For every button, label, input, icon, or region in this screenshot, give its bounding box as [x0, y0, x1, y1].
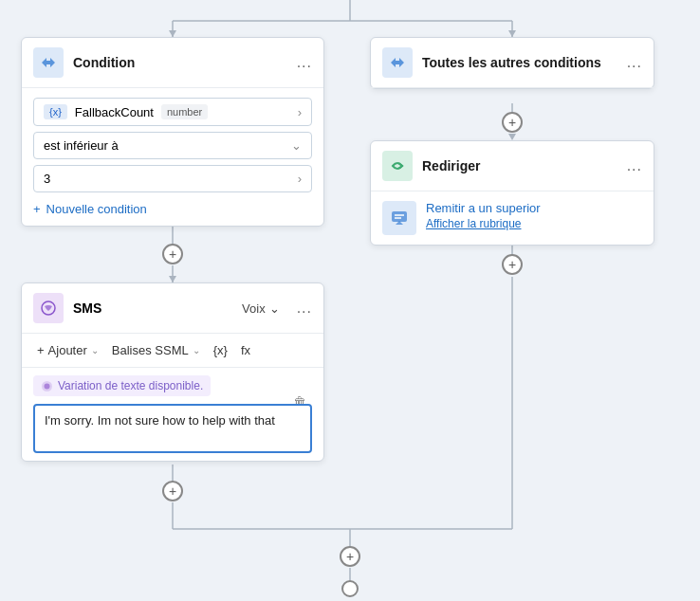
balises-label: Balises SSML — [112, 343, 189, 357]
rediriger-header: Rediriger ... — [371, 141, 654, 191]
condition-menu[interactable]: ... — [297, 54, 312, 71]
new-condition-label: Nouvelle condition — [46, 202, 147, 216]
chat-icon — [382, 201, 416, 235]
operator-dropdown[interactable]: est inférieur à ⌄ — [33, 132, 312, 159]
svg-marker-5 — [508, 30, 516, 37]
voix-dropdown[interactable]: Voix ⌄ — [242, 301, 280, 316]
dropdown-chevron-icon: ⌄ — [291, 138, 302, 153]
sms-header: SMS Voix ⌄ ... — [22, 283, 323, 334]
ajouter-chevron-icon: ⌄ — [91, 345, 99, 355]
svg-marker-4 — [169, 30, 176, 37]
sms-title: SMS — [73, 300, 232, 316]
fx-label: fx — [241, 343, 250, 357]
svg-marker-13 — [508, 134, 516, 140]
condition-icon — [33, 47, 64, 78]
plus-button-final[interactable]: + — [340, 546, 360, 567]
other-conditions-card: Toutes les autres conditions ... — [370, 37, 654, 89]
text-area-container: 🗑 I'm sorry. Im not sure how to help wit… — [33, 404, 312, 453]
voix-chevron-icon: ⌄ — [269, 301, 280, 316]
sms-toolbar: + Ajouter ⌄ Balises SSML ⌄ {x} fx — [22, 334, 323, 368]
new-condition-button[interactable]: + Nouvelle condition — [33, 202, 312, 216]
other-conditions-header: Toutes les autres conditions ... — [371, 38, 654, 88]
row-chevron: › — [298, 105, 302, 119]
balises-button[interactable]: Balises SSML ⌄ — [108, 341, 204, 359]
plus-icon-toolbar: + — [37, 343, 45, 357]
variation-label: Variation de texte disponible. — [58, 379, 203, 392]
operator-label: est inférieur à — [44, 138, 119, 153]
value-chevron: › — [298, 172, 302, 186]
condition-title: Condition — [73, 55, 287, 70]
ajouter-label: Ajouter — [48, 343, 87, 357]
plus-button-other-conditions[interactable]: + — [502, 112, 523, 133]
other-conditions-menu[interactable]: ... — [627, 54, 642, 71]
variation-badge: Variation de texte disponible. — [33, 375, 211, 396]
var-label: {x} — [213, 343, 228, 357]
rediriger-subtitle[interactable]: Afficher la rubrique — [426, 217, 541, 230]
other-conditions-icon — [382, 47, 413, 78]
balises-chevron-icon: ⌄ — [193, 345, 200, 355]
plus-button-condition[interactable]: + — [162, 244, 183, 264]
endpoint-circle — [341, 580, 359, 597]
ajouter-button[interactable]: + Ajouter ⌄ — [33, 341, 102, 359]
condition-body: {x} FallbackCount number › est inférieur… — [22, 88, 323, 226]
rediriger-menu[interactable]: ... — [627, 157, 642, 174]
variation-icon — [41, 380, 53, 392]
var-button[interactable]: {x} — [210, 341, 231, 359]
value-row[interactable]: 3 › — [33, 165, 312, 192]
condition-header: Condition ... — [22, 38, 323, 88]
rediriger-card: Rediriger ... Remitir a un superior Affi… — [370, 140, 654, 246]
rediriger-text: Remitir a un superior Afficher la rubriq… — [426, 201, 541, 230]
sms-icon — [33, 293, 64, 323]
value-label: 3 — [44, 172, 50, 186]
other-conditions-title: Toutes les autres conditions — [422, 55, 617, 70]
rediriger-inner-title[interactable]: Remitir a un superior — [426, 201, 541, 215]
fallback-label: FallbackCount — [75, 105, 154, 119]
condition-card: Condition ... {x} FallbackCount number ›… — [21, 37, 324, 227]
fx-button[interactable]: fx — [237, 341, 254, 359]
sms-text-content: I'm sorry. Im not sure how to help with … — [45, 413, 275, 428]
canvas: Condition ... {x} FallbackCount number ›… — [0, 0, 700, 601]
sms-text-input[interactable]: I'm sorry. Im not sure how to help with … — [33, 404, 312, 453]
svg-rect-19 — [392, 211, 407, 222]
number-tag: number — [161, 104, 208, 119]
rediriger-icon — [382, 151, 413, 181]
condition-row-fallback[interactable]: {x} FallbackCount number › — [33, 98, 312, 126]
rediriger-title: Rediriger — [422, 158, 617, 173]
var-tag: {x} — [44, 104, 67, 119]
svg-marker-8 — [169, 276, 176, 282]
sms-menu[interactable]: ... — [297, 300, 312, 317]
plus-button-rediriger[interactable]: + — [502, 254, 523, 275]
svg-point-24 — [45, 383, 50, 389]
rediriger-inner: Remitir a un superior Afficher la rubriq… — [371, 191, 654, 245]
sms-card: SMS Voix ⌄ ... + Ajouter ⌄ Balises SSML … — [21, 282, 324, 462]
voix-label: Voix — [242, 301, 266, 316]
sms-body: Variation de texte disponible. 🗑 I'm sor… — [22, 368, 323, 461]
plus-button-sms[interactable]: + — [162, 481, 183, 501]
plus-icon: + — [33, 202, 41, 216]
